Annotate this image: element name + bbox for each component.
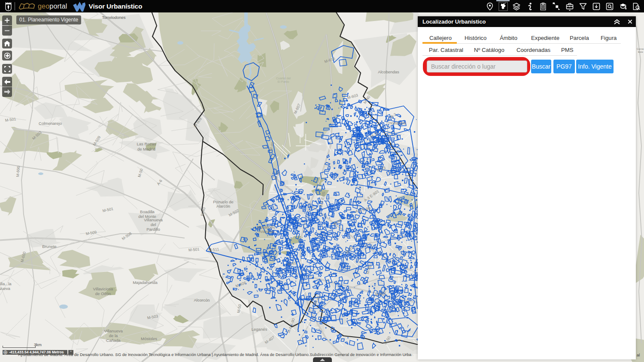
svg-text:Villaviciosa: Villaviciosa xyxy=(93,287,114,291)
svg-text:El Pardo: El Pardo xyxy=(278,80,289,83)
svg-text:del: del xyxy=(151,222,156,227)
svg-text:de Madrid: de Madrid xyxy=(137,147,155,151)
svg-text:Nueva: Nueva xyxy=(0,286,10,291)
svg-text:Móstoles: Móstoles xyxy=(141,336,157,341)
svg-text:Leganés: Leganés xyxy=(252,327,267,332)
svg-text:Cañada: Cañada xyxy=(106,338,121,343)
svg-text:Cama: Cama xyxy=(637,48,644,50)
svg-text:Brunete: Brunete xyxy=(42,244,56,249)
svg-text:Torrelodones: Torrelodones xyxy=(102,15,126,20)
svg-text:Villa...la: Villa...la xyxy=(0,281,12,286)
svg-text:Este: Este xyxy=(638,51,644,53)
svg-text:Alarcón: Alarcón xyxy=(216,204,230,208)
svg-text:Majadahonda: Majadahonda xyxy=(133,280,158,285)
svg-text:Colmenarejo: Colmenarejo xyxy=(39,121,62,126)
svg-text:Alcorcón: Alcorcón xyxy=(194,298,210,302)
svg-text:del Monte: del Monte xyxy=(138,214,156,219)
svg-text:Cuartel del: Cuartel del xyxy=(276,77,291,80)
svg-text:de la: de la xyxy=(109,333,118,338)
svg-text:Villanueva: Villanueva xyxy=(104,329,123,333)
svg-text:Alcobendas: Alcobendas xyxy=(378,69,399,74)
svg-text:Boadilla: Boadilla xyxy=(140,209,155,214)
svg-text:Hortaleza: Hortaleza xyxy=(389,121,406,125)
svg-text:de Odón: de Odón xyxy=(95,291,111,296)
svg-text:Las Rozas: Las Rozas xyxy=(137,142,156,146)
svg-text:Pardillo: Pardillo xyxy=(146,227,160,232)
svg-text:Aravaca: Aravaca xyxy=(259,229,274,234)
